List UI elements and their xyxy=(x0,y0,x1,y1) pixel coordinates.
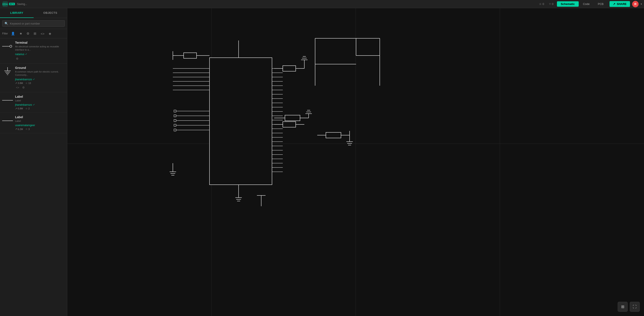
logo-icon: EDA xyxy=(2,1,8,7)
item-author: jharwinbarrozo ✓ xyxy=(15,78,65,81)
search-container: 🔍 xyxy=(0,18,67,29)
schematic-canvas-area[interactable]: ⊞ ⛶ xyxy=(67,8,644,316)
svg-point-3 xyxy=(10,45,12,47)
filter-grid-button[interactable]: ⊞ xyxy=(32,31,38,36)
item-icon-ground xyxy=(2,66,13,77)
verified-icon: ✓ xyxy=(33,103,35,106)
svg-rect-11 xyxy=(210,58,272,185)
filter-3d-button[interactable]: ◈ xyxy=(48,31,52,36)
list-item[interactable]: Label Label jharwinbarrozo ✓ ↗ 6.8M ☆ xyxy=(0,92,67,113)
item-name: Label xyxy=(15,115,65,119)
svg-rect-91 xyxy=(326,132,341,138)
sidebar-tab-library[interactable]: LIBRARY xyxy=(0,8,34,18)
author-name: natarius xyxy=(15,53,24,56)
stars-icon: ☆ xyxy=(26,107,28,110)
search-icon: 🔍 xyxy=(4,22,8,25)
stat-trend: ↗ 3.8M xyxy=(15,82,23,85)
main-layout: LIBRARY OBJECTS 🔍 Filter 👤 ★ ⚙ ⊞ <> ◈ xyxy=(0,8,644,316)
stat-stars: ☆ 2 xyxy=(26,107,30,110)
stars-value: 13 xyxy=(28,82,31,84)
item-gear-button[interactable]: ⚙ xyxy=(15,57,20,61)
item-actions: ⚙ xyxy=(15,57,65,61)
fork-button[interactable]: ⑂ 0 xyxy=(548,1,554,6)
verified-icon: ✓ xyxy=(33,78,35,81)
item-actions: <> ⚙ xyxy=(15,85,65,90)
nav-tabs: Schematic Code PCB xyxy=(557,1,608,7)
svg-rect-29 xyxy=(174,124,176,126)
trend-value: 6.8M xyxy=(18,107,23,110)
item-gear-button[interactable]: ⚙ xyxy=(21,85,26,90)
list-item[interactable]: Label Label usairemalamgeer ↗ 6.2M ☆ 3 xyxy=(0,113,67,133)
star-button[interactable]: ☆ 0 xyxy=(538,1,545,6)
star-count: 0 xyxy=(542,2,544,5)
svg-rect-88 xyxy=(283,122,296,127)
item-stats: ↗ 6.8M ☆ 2 xyxy=(15,107,65,110)
trend-value: 3.8M xyxy=(18,82,23,84)
svg-rect-62 xyxy=(283,66,296,71)
list-item[interactable]: Ground A common return path for electric… xyxy=(0,63,67,92)
trend-icon: ↗ xyxy=(15,128,17,131)
trend-icon: ↗ xyxy=(15,107,17,110)
stat-stars: ☆ 13 xyxy=(26,82,31,85)
filter-person-button[interactable]: 👤 xyxy=(10,31,16,36)
item-description: Label xyxy=(15,99,65,102)
item-stats: ↗ 3.8M ☆ 13 xyxy=(15,82,65,85)
filter-bar: Filter 👤 ★ ⚙ ⊞ <> ◈ xyxy=(0,29,67,38)
item-author: usairemalamgeer xyxy=(15,124,65,127)
grid-toggle-button[interactable]: ⊞ xyxy=(618,302,628,312)
item-author: jharwinbarrozo ✓ xyxy=(15,103,65,106)
item-content-ground: Ground A common return path for electric… xyxy=(15,66,65,90)
item-name: Terminal xyxy=(15,41,65,44)
item-author: natarius ✓ xyxy=(15,53,65,56)
author-name: jharwinbarrozo xyxy=(15,78,32,81)
filter-component-button[interactable]: ⚙ xyxy=(25,31,30,36)
tab-pcb[interactable]: PCB xyxy=(594,1,608,7)
stars-value: 3 xyxy=(28,128,30,131)
avatar-dropdown-icon: ▾ xyxy=(641,3,642,5)
item-code-button[interactable]: <> xyxy=(15,85,20,90)
filter-code-button[interactable]: <> xyxy=(40,31,46,36)
search-box: 🔍 xyxy=(2,20,65,27)
sidebar-tabs: LIBRARY OBJECTS xyxy=(0,8,67,18)
item-icon-label2 xyxy=(2,115,13,126)
list-item[interactable]: Terminal An electrical connector acting … xyxy=(0,38,67,63)
beta-badge: BETA xyxy=(9,3,15,5)
item-stats: ↗ 6.2M ☆ 3 xyxy=(15,128,65,131)
svg-rect-14 xyxy=(184,53,196,58)
stat-trend: ↗ 6.2M xyxy=(15,128,23,131)
author-name: jharwinbarrozo xyxy=(15,103,32,106)
sidebar-tab-objects[interactable]: OBJECTS xyxy=(34,8,67,18)
stat-stars: ☆ 3 xyxy=(26,128,30,131)
share-button[interactable]: ↗ SHARE xyxy=(610,1,630,7)
stars-value: 2 xyxy=(28,107,30,110)
item-name: Ground xyxy=(15,66,65,70)
item-content-terminal: Terminal An electrical connector acting … xyxy=(15,41,65,61)
verified-icon: ✓ xyxy=(25,53,27,55)
share-icon: ↗ xyxy=(613,2,615,5)
item-content-label1: Label Label jharwinbarrozo ✓ ↗ 6.8M ☆ xyxy=(15,95,65,110)
logo: EDA BETA xyxy=(2,1,15,7)
svg-rect-30 xyxy=(174,129,176,131)
trend-value: 6.2M xyxy=(18,128,23,131)
tab-code[interactable]: Code xyxy=(579,1,594,7)
search-input[interactable] xyxy=(10,22,62,25)
grid-icon: ⊞ xyxy=(621,304,624,309)
tab-schematic[interactable]: Schematic xyxy=(557,1,579,7)
header: EDA BETA Saving... ☆ 0 ⑂ 0 Schematic Cod… xyxy=(0,0,644,8)
item-description: An electrical connector acting as reusab… xyxy=(15,45,65,52)
header-icons: ☆ 0 ⑂ 0 xyxy=(538,1,554,6)
svg-rect-26 xyxy=(174,110,176,112)
filter-star-button[interactable]: ★ xyxy=(18,31,24,36)
fullscreen-button[interactable]: ⛶ xyxy=(630,302,640,312)
svg-rect-27 xyxy=(174,115,176,117)
svg-rect-81 xyxy=(285,115,300,121)
fullscreen-icon: ⛶ xyxy=(633,305,637,309)
fork-icon: ⑂ xyxy=(549,2,551,5)
trend-icon: ↗ xyxy=(15,82,17,85)
user-avatar[interactable]: R xyxy=(632,1,638,7)
item-icon-label xyxy=(2,95,13,106)
item-name: Label xyxy=(15,95,65,98)
svg-text:EDA: EDA xyxy=(2,3,8,6)
item-description: Label xyxy=(15,120,65,123)
fork-count: 0 xyxy=(552,2,553,5)
